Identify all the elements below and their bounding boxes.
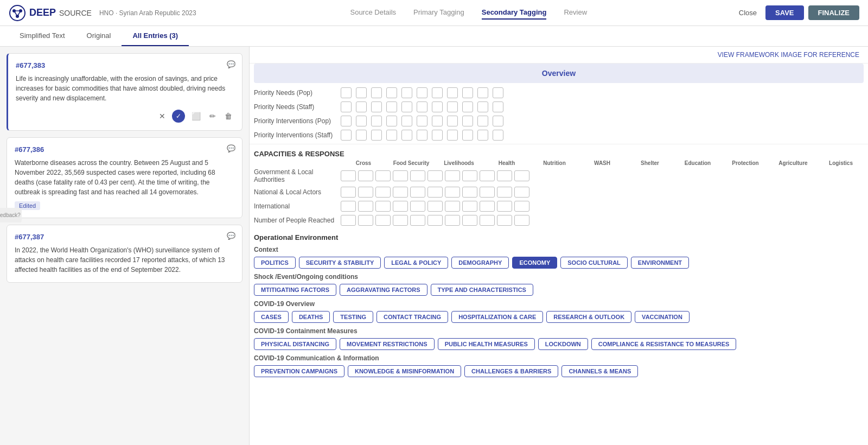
approve-button-677383[interactable]: ✓	[172, 110, 185, 123]
tag-testing[interactable]: TESTING	[333, 311, 373, 323]
cb-ppl-11[interactable]	[514, 215, 529, 226]
cb-nat-2[interactable]	[358, 187, 373, 198]
tag-public-health[interactable]: PUBLIC HEALTH MEASURES	[438, 338, 535, 350]
tab-original[interactable]: Original	[76, 26, 122, 46]
cb-gov-6[interactable]	[427, 170, 443, 181]
tab-simplified-text[interactable]: Simplified Text	[9, 26, 76, 46]
tag-vaccination[interactable]: VACCINATION	[635, 311, 690, 323]
cb-pis-11[interactable]	[493, 130, 503, 141]
tag-economy[interactable]: ECONOMY	[512, 257, 557, 269]
tag-environment[interactable]: ENVIRONMENT	[631, 257, 689, 269]
tag-mitigating[interactable]: MTITIGATING FACTORS	[254, 284, 336, 296]
cb-pnp-1[interactable]	[341, 87, 352, 98]
cb-int-7[interactable]	[445, 201, 460, 212]
cb-pnp-4[interactable]	[386, 87, 397, 98]
tag-knowledge-misinformation[interactable]: KNOWLEDGE & MISINFORMATION	[348, 365, 461, 377]
cb-ppl-5[interactable]	[410, 215, 425, 226]
cb-nat-3[interactable]	[375, 187, 391, 198]
comment-icon-677386[interactable]: 💬	[227, 144, 235, 152]
cb-pns-6[interactable]	[417, 101, 427, 112]
tag-movement-restrictions[interactable]: MOVEMENT RESTRICTIONS	[340, 338, 435, 350]
cb-ppl-9[interactable]	[480, 215, 495, 226]
cb-pis-4[interactable]	[386, 130, 397, 141]
cb-gov-8[interactable]	[462, 170, 477, 181]
cb-pip-2[interactable]	[356, 116, 367, 126]
cb-gov-4[interactable]	[393, 170, 408, 181]
copy-button-677383[interactable]: ⬜	[189, 111, 203, 122]
cb-ppl-1[interactable]	[341, 215, 356, 226]
cb-ppl-3[interactable]	[375, 215, 391, 226]
cb-gov-3[interactable]	[375, 170, 391, 181]
tag-socio-cultural[interactable]: SOCIO CULTURAL	[560, 257, 628, 269]
cb-pnp-3[interactable]	[371, 87, 382, 98]
tab-primary-tagging[interactable]: Primary Tagging	[413, 6, 464, 20]
cb-pip-4[interactable]	[386, 116, 397, 126]
cb-pis-9[interactable]	[462, 130, 473, 141]
tag-physical-distancing[interactable]: PHYSICAL DISTANCING	[254, 338, 336, 350]
cb-pns-3[interactable]	[371, 101, 382, 112]
close-button[interactable]: Close	[735, 7, 761, 19]
cb-pis-1[interactable]	[341, 130, 352, 141]
cb-pip-8[interactable]	[447, 116, 458, 126]
tag-channels-means[interactable]: CHANNELS & MEANS	[561, 365, 638, 377]
tag-security-stability[interactable]: SECURITY & STABILITY	[299, 257, 381, 269]
cb-int-8[interactable]	[462, 201, 477, 212]
cb-pnp-2[interactable]	[356, 87, 367, 98]
tag-research[interactable]: RESEARCH & OUTLOOK	[546, 311, 631, 323]
cb-gov-1[interactable]	[341, 170, 356, 181]
cb-pns-9[interactable]	[462, 101, 473, 112]
tab-secondary-tagging[interactable]: Secondary Tagging	[482, 6, 547, 20]
cb-nat-4[interactable]	[393, 187, 408, 198]
tag-contact-tracing[interactable]: CONTACT TRACING	[376, 311, 448, 323]
tab-all-entries[interactable]: All Entries (3)	[122, 26, 189, 46]
tag-cases[interactable]: CASES	[254, 311, 289, 323]
cb-gov-5[interactable]	[410, 170, 425, 181]
cb-gov-2[interactable]	[358, 170, 373, 181]
cb-pns-1[interactable]	[341, 101, 352, 112]
cb-int-2[interactable]	[358, 201, 373, 212]
cb-int-6[interactable]	[427, 201, 443, 212]
cb-nat-5[interactable]	[410, 187, 425, 198]
feedback-tab[interactable]: Bug / Feedback?	[0, 208, 22, 223]
cb-pnp-11[interactable]	[493, 87, 503, 98]
cb-nat-10[interactable]	[497, 187, 512, 198]
cb-ppl-6[interactable]	[427, 215, 443, 226]
cb-pis-10[interactable]	[477, 130, 488, 141]
cb-pip-3[interactable]	[371, 116, 382, 126]
cb-pnp-5[interactable]	[401, 87, 412, 98]
tag-hospitalization[interactable]: HOSPITALIZATION & CARE	[451, 311, 543, 323]
cb-gov-10[interactable]	[497, 170, 512, 181]
delete-button-677383[interactable]: 🗑	[222, 111, 234, 122]
cb-nat-8[interactable]	[462, 187, 477, 198]
cb-pip-5[interactable]	[401, 116, 412, 126]
cb-pns-4[interactable]	[386, 101, 397, 112]
cb-nat-6[interactable]	[427, 187, 443, 198]
cb-pip-7[interactable]	[432, 116, 443, 126]
tag-prevention-campaigns[interactable]: PREVENTION CAMPAIGNS	[254, 365, 344, 377]
cb-pis-8[interactable]	[447, 130, 458, 141]
cb-nat-7[interactable]	[445, 187, 460, 198]
cb-pnp-8[interactable]	[447, 87, 458, 98]
cb-gov-7[interactable]	[445, 170, 460, 181]
cb-ppl-2[interactable]	[358, 215, 373, 226]
tag-legal-policy[interactable]: LEGAL & POLICY	[384, 257, 448, 269]
cb-pis-2[interactable]	[356, 130, 367, 141]
tag-politics[interactable]: POLITICS	[254, 257, 296, 269]
tag-challenges-barriers[interactable]: CHALLENGES & BARRIERS	[464, 365, 558, 377]
cb-pns-7[interactable]	[432, 101, 443, 112]
finalize-button[interactable]: FINALIZE	[808, 5, 860, 20]
cb-nat-1[interactable]	[341, 187, 356, 198]
cb-int-11[interactable]	[514, 201, 529, 212]
tab-review[interactable]: Review	[564, 6, 587, 20]
tab-source-details[interactable]: Source Details	[350, 6, 396, 20]
cb-pnp-7[interactable]	[432, 87, 443, 98]
cb-int-4[interactable]	[393, 201, 408, 212]
tag-aggravating[interactable]: AGGRAVATING FACTORS	[340, 284, 427, 296]
cb-pis-6[interactable]	[417, 130, 427, 141]
cb-ppl-4[interactable]	[393, 215, 408, 226]
cb-int-9[interactable]	[480, 201, 495, 212]
cb-pis-3[interactable]	[371, 130, 382, 141]
cb-nat-9[interactable]	[480, 187, 495, 198]
edit-button-677383[interactable]: ✏	[207, 111, 218, 122]
cb-int-10[interactable]	[497, 201, 512, 212]
